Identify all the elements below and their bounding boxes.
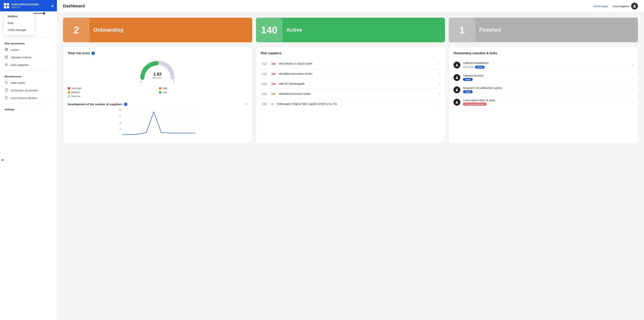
sidebar-item-risk-categories[interactable]: Risk categories (0, 61, 57, 69)
legend-very-high-dot (68, 87, 70, 89)
chevron-icon-4: › (439, 92, 440, 95)
app-subtitle: Demo LK (12, 6, 39, 8)
svg-point-16 (5, 81, 8, 83)
divider-1 (4, 38, 53, 38)
risk-suppliers-title: Risk suppliers (261, 51, 440, 55)
remedy-item-3[interactable]: Gespräch mit Lieferanten suchen Tasks › (454, 84, 633, 96)
remedy-title-1: Lieferant kontaktieren (463, 61, 630, 64)
remedy-chevron-2: › (632, 76, 633, 79)
remedy-chevron-1: › (632, 63, 633, 67)
valuation-label: Valuation method (11, 56, 31, 59)
remedy-date-1: 08/31/2024 Tasks (463, 65, 630, 69)
declaration-label: Declaration of principle (11, 89, 38, 92)
svg-text:1.62: 1.62 (154, 72, 162, 76)
indices-icon (4, 48, 8, 52)
svg-point-32 (456, 101, 458, 102)
remedy-title-2: Lieferant löschen (463, 74, 630, 77)
svg-rect-8 (7, 50, 8, 51)
sidebar-collapse-button[interactable]: ◀ (51, 4, 53, 7)
sidebar-nav: Suppliers Suppliers Indirect suppliers R… (0, 11, 57, 320)
risk-categories-label: Risk categories (11, 63, 29, 66)
declaration-icon (4, 88, 8, 92)
app-logo-icon (4, 3, 9, 8)
risk-score-title: Total risk score i (68, 51, 248, 55)
remedies-panel: Outstanding remedies & tasks Lieferant k… (449, 47, 638, 143)
risk-icon-high: ⋙ (271, 92, 276, 96)
sidebar-item-indices[interactable]: Indices (0, 46, 57, 54)
risk-id-210: 210 (261, 92, 268, 96)
dropdown-item-suite[interactable]: Suite (4, 20, 34, 26)
sidebar-item-web-crawler[interactable]: Web crawler (0, 79, 57, 87)
remedy-title-3: Gespräch mit Lieferanten suchen (463, 86, 630, 89)
red-dot-indicator (2, 159, 4, 161)
status-card-active[interactable]: 140 Active (256, 18, 445, 42)
web-crawler-label: Web crawler (11, 81, 26, 84)
svg-point-30 (456, 76, 458, 77)
remedy-badge-tasks-1: Tasks (475, 66, 484, 69)
sidebar-item-declaration[interactable]: Declaration of principle (0, 87, 57, 94)
risk-categories-icon (4, 63, 8, 67)
remedy-item-2[interactable]: Lieferant löschen Tasks › (454, 71, 633, 84)
risk-icon-very-high: ⋙ (271, 61, 276, 66)
risk-icon-very-high-3: ⋙ (271, 81, 276, 86)
chevron-icon: › (439, 62, 440, 65)
onboarding-number: 2 (63, 18, 90, 42)
line-chart: 160 120 80 40 (68, 108, 248, 138)
risk-name-212: WIS Wheels In Stock GmbH (279, 62, 436, 65)
risk-item-212[interactable]: 212 ⋙ WIS Wheels In Stock GmbH › (261, 59, 440, 69)
homepage-link[interactable]: Home page (593, 4, 608, 8)
dropdown-item-csrd[interactable]: CSRD Manager (4, 26, 34, 33)
legend-very-low: Very low (68, 95, 156, 98)
remedy-item-4[interactable]: Lorem ipsum dolor sit amet Remedial meas… (454, 96, 633, 108)
status-card-onboarding[interactable]: 2 Onboarding (63, 18, 252, 42)
remedy-badge-remedial: Remedial measures (463, 103, 486, 106)
risk-name-213: WM SE Fahrzeugteile (279, 82, 436, 85)
remedy-item-1[interactable]: Lieferant kontaktieren 08/31/2024 Tasks … (454, 59, 633, 71)
web-crawler-icon (4, 81, 8, 85)
remedies-title: Outstanding remedies & tasks (454, 51, 633, 55)
risk-name-211: Westfalia-Automotive GmbH (279, 72, 436, 75)
svg-text:80: 80 (119, 122, 122, 124)
legend-very-low-dot (68, 95, 70, 97)
gauge-scale: 0 5 (140, 80, 174, 83)
remedy-avatar-1 (454, 62, 460, 68)
risk-item-213[interactable]: 213 ⋙ WM SE Fahrzeugteile › (261, 79, 440, 89)
section-title-misc: Miscellaneous (0, 73, 57, 79)
status-cards: 2 Onboarding 140 Active 1 Finished (63, 18, 638, 42)
sidebar-item-valuation[interactable]: Valuation method (0, 54, 57, 61)
user-avatar[interactable] (631, 3, 638, 9)
sidebar-item-own-business[interactable]: Own business division (0, 94, 57, 102)
remedy-avatar-4 (454, 99, 460, 106)
remedy-chevron-4: › (632, 100, 633, 104)
valuation-icon (4, 55, 8, 59)
svg-text:Risk score: Risk score (153, 77, 162, 79)
risk-score-info-icon[interactable]: i (92, 51, 95, 55)
svg-line-17 (7, 83, 8, 84)
gauge-chart: 1.62 Risk score (138, 59, 176, 80)
legend-high: High (159, 87, 247, 90)
risk-id-211: 211 (261, 72, 268, 76)
suppliers-chart-section: Development of the number of suppliers i… (68, 102, 248, 138)
risk-item-208[interactable]: 208 ⋗ Volkswagen Original Teile Logistik… (261, 99, 440, 109)
divider-3 (4, 104, 53, 104)
onboarding-label: Onboarding (90, 27, 124, 33)
chart-info-icon[interactable]: i (124, 103, 127, 106)
status-card-finished[interactable]: 1 Finished (449, 18, 638, 42)
dashboard-panels: Total risk score i 1.62 Risk score 0 (63, 47, 638, 143)
remedy-content-1: Lieferant kontaktieren 08/31/2024 Tasks (463, 61, 630, 69)
risk-id-212: 212 (261, 62, 268, 66)
chart-menu-icon[interactable]: ≡ (245, 102, 248, 106)
risk-item-211[interactable]: 211 ⋙ Westfalia-Automotive GmbH › (261, 69, 440, 79)
content-area: 2 Onboarding 140 Active 1 Finished Total… (57, 12, 644, 320)
remedy-avatar-2 (454, 74, 460, 81)
active-label: Active (282, 27, 302, 33)
svg-point-29 (456, 64, 458, 65)
active-number: 140 (256, 18, 282, 42)
gauge-container: 1.62 Risk score 0 5 (68, 59, 248, 83)
chevron-icon-3: › (439, 82, 440, 85)
dropdown-item-hintbox[interactable]: Hintbox (4, 13, 34, 20)
chart-title: Development of the number of suppliers i… (68, 102, 248, 106)
remedy-content-4: Lorem ipsum dolor sit amet Remedial meas… (463, 99, 630, 106)
risk-item-210[interactable]: 210 ⋙ Westfalia Eichmann GmbH › (261, 89, 440, 99)
divider-2 (4, 71, 53, 71)
